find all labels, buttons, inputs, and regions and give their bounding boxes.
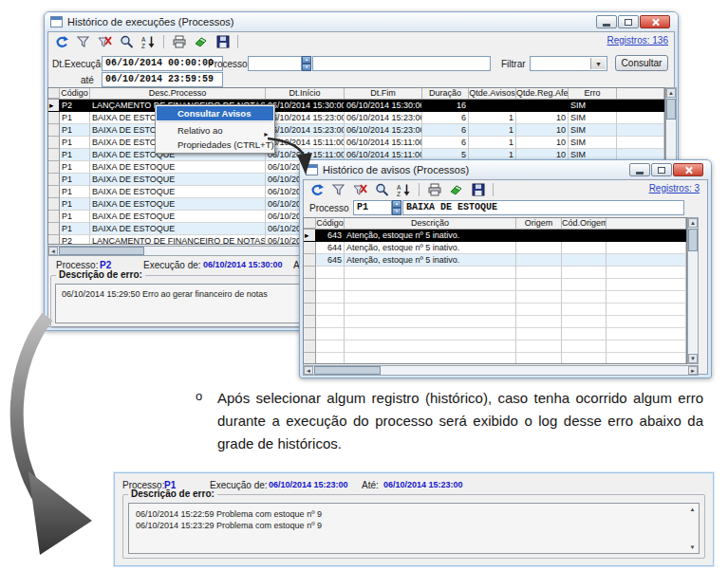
save-icon[interactable]	[214, 34, 232, 49]
cell-origem	[516, 254, 562, 267]
spin-down-icon[interactable]: ▼	[302, 64, 311, 71]
processo-spinner[interactable]: ▲▼	[392, 200, 401, 215]
refresh-icon[interactable]	[308, 182, 326, 197]
menu-item-propriedades[interactable]: Propriedades (CTRL+T)	[157, 138, 273, 152]
spin-up-icon[interactable]: ▲	[392, 200, 401, 208]
window-historico-avisos: Histórico de avisos (Processos) AZ	[299, 159, 712, 378]
consultar-button[interactable]: Consultar	[615, 55, 668, 71]
scroll-left-icon[interactable]: ◄	[48, 247, 58, 255]
minimize-button[interactable]	[629, 163, 650, 176]
close-button[interactable]	[640, 15, 670, 28]
window2-titlebar[interactable]: Histórico de avisos (Processos)	[300, 160, 711, 179]
column-header[interactable]: Duração	[422, 88, 469, 99]
sort-icon[interactable]: AZ	[140, 34, 158, 49]
scroll-thumb[interactable]	[666, 99, 676, 120]
save-icon[interactable]	[469, 182, 487, 197]
zoom-icon[interactable]	[118, 34, 136, 49]
column-header[interactable]: Qtde.Avisos	[469, 88, 516, 99]
filtrar-combobox[interactable]: ▼	[530, 56, 607, 71]
column-header[interactable]: Origem	[516, 218, 562, 229]
table-row[interactable]: P1 BAIXA DE ESTOQUE 06/10/2014 15:23:00 …	[48, 112, 664, 124]
close-button[interactable]	[673, 163, 703, 176]
sort-icon[interactable]: AZ	[395, 182, 413, 197]
spin-up-icon[interactable]: ▲	[302, 56, 311, 64]
column-header[interactable]: Qtde.Reg.Afet.	[516, 88, 569, 99]
scroll-up-icon[interactable]: ▲	[688, 218, 698, 228]
cell-qtde-reg-afet: 10	[516, 124, 569, 137]
scroll-left-icon[interactable]: ◄	[304, 366, 313, 375]
zoom-icon[interactable]	[373, 182, 391, 197]
table-row[interactable]: 644 Atenção, estoque nº 5 inativo.	[304, 242, 686, 254]
processo-input[interactable]	[248, 56, 302, 71]
row-indicator	[304, 267, 316, 279]
table-row[interactable]	[304, 328, 686, 341]
print-icon[interactable]	[425, 182, 443, 197]
row-indicator	[304, 316, 316, 328]
table-row[interactable]	[304, 267, 686, 279]
clean-icon[interactable]	[447, 182, 465, 197]
cell-codigo: P1	[60, 149, 90, 161]
maximize-button[interactable]	[651, 163, 672, 176]
processo-input[interactable]: P1	[353, 200, 392, 215]
column-header[interactable]: Dt.Fim	[345, 88, 422, 99]
window1-titlebar[interactable]: Histórico de execuções (Processos)	[45, 12, 678, 31]
table-row[interactable]	[304, 304, 686, 316]
cell-cod-origem	[562, 353, 607, 364]
cell-codigo: 643	[316, 230, 345, 242]
processo-spinner[interactable]: ▲▼	[302, 56, 311, 71]
menu-item-consultar-avisos[interactable]: Consultar Avisos	[157, 106, 273, 120]
table-row[interactable]: P2 LANÇAMENTO DE FINANCEIRO DE NOTAS 06/…	[48, 100, 664, 112]
cell-cod-origem	[562, 304, 607, 316]
maximize-button[interactable]	[618, 15, 639, 28]
menu-item-relativo-ao[interactable]: Relativo ao►	[157, 123, 273, 138]
scroll-up-icon[interactable]: ▲	[688, 506, 697, 513]
filter-icon[interactable]	[329, 182, 347, 197]
registros-link[interactable]: Registros: 136	[607, 35, 668, 46]
table-row[interactable]: P1 BAIXA DE ESTOQUE 06/10/2014 15:23:00 …	[48, 124, 664, 137]
column-header[interactable]: Erro	[569, 88, 617, 99]
horizontal-scrollbar[interactable]: ◄ ►	[303, 365, 699, 376]
scroll-right-icon[interactable]: ►	[688, 366, 698, 375]
column-header[interactable]: Código	[60, 88, 90, 99]
toolbar-separator	[163, 35, 164, 48]
cell-erro: SIM	[569, 100, 617, 112]
clear-filter-icon[interactable]	[96, 34, 114, 49]
vertical-scrollbar[interactable]: ▲ ▼	[687, 217, 699, 364]
refresh-icon[interactable]	[52, 34, 70, 49]
ate-input[interactable]: 06/10/2014 23:59:59	[102, 72, 223, 87]
scroll-thumb[interactable]	[59, 247, 144, 255]
column-header[interactable]: Desc.Processo	[90, 88, 266, 99]
scroll-thumb[interactable]	[314, 366, 381, 375]
table-row[interactable]	[304, 341, 686, 353]
table-row[interactable]	[304, 291, 686, 304]
scroll-down-icon[interactable]: ▼	[688, 543, 697, 551]
registros-link[interactable]: Registros: 3	[649, 183, 700, 193]
column-header[interactable]: Descrição	[345, 218, 516, 229]
table-row[interactable]: P1 BAIXA DE ESTOQUE 06/10/2014 15:11:00 …	[48, 137, 664, 149]
processo-desc-field[interactable]	[312, 56, 491, 71]
erro-log-box[interactable]: 06/10/2014 15:22:59 Problema com estoque…	[128, 503, 700, 554]
table-row[interactable]	[304, 279, 686, 291]
window1-app-icon	[50, 16, 63, 28]
column-header[interactable]: Código	[316, 218, 345, 229]
filter-icon[interactable]	[74, 34, 92, 49]
cell-codigo: P1	[60, 112, 90, 124]
chevron-down-icon[interactable]: ▼	[590, 58, 606, 69]
scroll-down-icon[interactable]: ▼	[688, 354, 698, 363]
processo-desc-field[interactable]: BAIXA DE ESTOQUE	[402, 200, 684, 215]
column-header[interactable]: Dt.Início	[266, 88, 345, 99]
column-header[interactable]: Cód.Origem	[562, 218, 607, 229]
dt-execucao-input[interactable]: 06/10/2014 00:00:00	[102, 56, 223, 71]
table-row[interactable]: 645 Atenção, estoque nº 5 inativo.	[304, 254, 686, 267]
clean-icon[interactable]	[192, 34, 210, 49]
spin-down-icon[interactable]: ▼	[392, 208, 401, 215]
table-row[interactable]: 643 Atenção, estoque nº 5 inativo.	[304, 230, 686, 242]
table-row[interactable]	[304, 353, 686, 364]
print-icon[interactable]	[170, 34, 188, 49]
scroll-thumb[interactable]	[688, 229, 698, 251]
table-row[interactable]	[304, 316, 686, 328]
clear-filter-icon[interactable]	[351, 182, 369, 197]
minimize-button[interactable]	[596, 15, 617, 28]
row-indicator	[304, 254, 316, 267]
scroll-up-icon[interactable]: ▲	[666, 88, 676, 98]
